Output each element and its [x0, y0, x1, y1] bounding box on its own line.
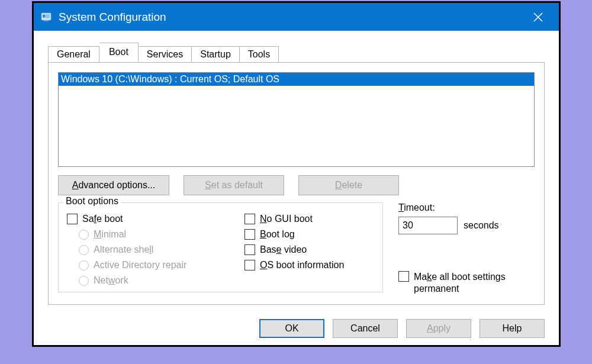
checkbox-icon: [67, 214, 78, 224]
no-gui-boot-checkbox[interactable]: No GUI boot: [244, 214, 344, 224]
svg-rect-2: [44, 20, 49, 21]
timeout-label: Timeout:: [398, 202, 535, 213]
timeout-input[interactable]: [398, 217, 458, 234]
boot-log-checkbox[interactable]: Boot log: [244, 229, 344, 240]
boot-options-group: Boot options Safe boot Minimal: [58, 202, 383, 292]
tab-general[interactable]: General: [48, 46, 99, 63]
timeout-unit: seconds: [464, 220, 499, 231]
safe-boot-adrepair-radio: Active Directory repair: [79, 260, 221, 270]
checkbox-icon: [244, 260, 255, 270]
checkbox-icon: [244, 244, 255, 255]
delete-button: Delete: [298, 175, 399, 195]
base-video-checkbox[interactable]: Base video: [244, 244, 344, 255]
svg-point-3: [43, 15, 45, 17]
title-text: System Configuration: [59, 11, 523, 24]
checkbox-icon: [244, 229, 255, 240]
tab-boot[interactable]: Boot: [99, 43, 139, 62]
window: System Configuration General Boot Servic…: [32, 1, 561, 347]
checkbox-icon: [398, 271, 409, 282]
tab-startup[interactable]: Startup: [192, 46, 240, 63]
make-permanent-checkbox[interactable]: Make all boot settings permanent: [398, 271, 535, 295]
safe-boot-alternate-shell-radio: Alternate shell: [79, 244, 221, 255]
cancel-button[interactable]: Cancel: [333, 319, 398, 338]
radio-icon: [79, 245, 89, 255]
advanced-options-button[interactable]: AAdvanced options...dvanced options...: [58, 175, 169, 195]
apply-button: Apply: [406, 319, 471, 338]
tab-tools[interactable]: Tools: [240, 46, 279, 63]
ok-button[interactable]: OK: [259, 319, 324, 338]
safe-boot-minimal-radio: Minimal: [79, 229, 221, 240]
lower-panel: Boot options Safe boot Minimal: [58, 202, 535, 295]
dialog-button-row: OK Cancel Apply Help: [34, 313, 559, 345]
os-listbox[interactable]: Windows 10 (C:\Windows) : Current OS; De…: [58, 72, 535, 167]
help-button[interactable]: Help: [480, 319, 545, 338]
timeout-panel: Timeout: seconds Make all boot settings …: [398, 202, 535, 295]
close-button[interactable]: [523, 3, 553, 31]
title-bar: System Configuration: [34, 3, 559, 31]
set-as-default-button: Set as default: [184, 175, 284, 195]
tab-panel-boot: Windows 10 (C:\Windows) : Current OS; De…: [48, 62, 545, 305]
radio-icon: [79, 276, 89, 286]
client-area: General Boot Services Startup Tools Wind…: [34, 31, 559, 313]
tab-services[interactable]: Services: [139, 46, 192, 63]
safe-boot-checkbox[interactable]: Safe boot: [67, 214, 221, 224]
os-list-item[interactable]: Windows 10 (C:\Windows) : Current OS; De…: [59, 73, 534, 86]
safe-boot-network-radio: Network: [79, 275, 221, 286]
checkbox-icon: [244, 214, 255, 224]
msconfig-icon: [40, 11, 53, 24]
radio-icon: [79, 230, 89, 240]
tab-strip: General Boot Services Startup Tools: [48, 43, 545, 62]
boot-options-legend: Boot options: [63, 196, 121, 207]
os-boot-info-checkbox[interactable]: OS boot information: [244, 260, 344, 270]
radio-icon: [79, 260, 89, 270]
os-button-row: AAdvanced options...dvanced options... S…: [58, 175, 535, 195]
